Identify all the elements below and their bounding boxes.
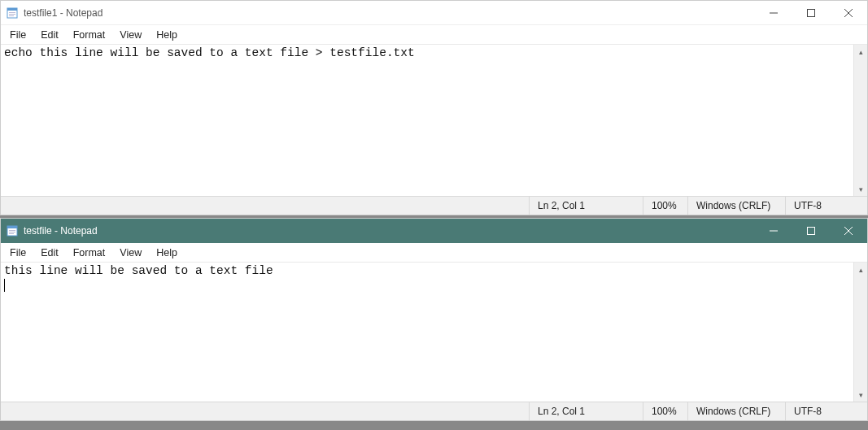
menu-view[interactable]: View bbox=[112, 28, 149, 42]
maximize-button[interactable] bbox=[792, 219, 830, 243]
text-cursor bbox=[4, 279, 5, 292]
svg-rect-6 bbox=[808, 9, 815, 16]
text-editor[interactable]: this line will be saved to a text file bbox=[1, 263, 853, 402]
menu-file[interactable]: File bbox=[2, 28, 33, 42]
menubar: File Edit Format View Help bbox=[1, 25, 867, 45]
text-editor[interactable]: echo this line will be saved to a text f… bbox=[1, 45, 853, 196]
vertical-scrollbar[interactable]: ▴ ▾ bbox=[853, 45, 867, 196]
editor-text: this line will be saved to a text file bbox=[4, 264, 280, 277]
scroll-down-icon[interactable]: ▾ bbox=[854, 182, 867, 196]
scroll-down-icon[interactable]: ▾ bbox=[854, 388, 867, 402]
close-button[interactable] bbox=[830, 219, 867, 243]
status-position: Ln 2, Col 1 bbox=[530, 197, 643, 215]
menu-edit[interactable]: Edit bbox=[33, 28, 66, 42]
status-encoding: UTF-8 bbox=[786, 402, 867, 420]
notepad-window-2: testfile - Notepad File Edit Format View… bbox=[0, 218, 868, 421]
status-encoding: UTF-8 bbox=[786, 197, 867, 215]
vertical-scrollbar[interactable]: ▴ ▾ bbox=[853, 263, 867, 402]
status-line-ending: Windows (CRLF) bbox=[688, 402, 786, 420]
svg-rect-15 bbox=[808, 228, 815, 235]
close-button[interactable] bbox=[830, 1, 867, 24]
minimize-button[interactable] bbox=[755, 219, 792, 243]
svg-rect-1 bbox=[7, 8, 17, 11]
scroll-up-icon[interactable]: ▴ bbox=[854, 263, 867, 276]
minimize-button[interactable] bbox=[755, 1, 792, 24]
status-zoom: 100% bbox=[643, 197, 688, 215]
menu-format[interactable]: Format bbox=[66, 245, 113, 260]
window-title: testfile - Notepad bbox=[24, 225, 98, 237]
menu-help[interactable]: Help bbox=[149, 245, 185, 260]
menu-edit[interactable]: Edit bbox=[33, 245, 66, 260]
menu-view[interactable]: View bbox=[112, 245, 149, 260]
window-controls bbox=[755, 219, 867, 243]
window-controls bbox=[755, 1, 867, 24]
notepad-icon bbox=[6, 7, 19, 20]
status-line-ending: Windows (CRLF) bbox=[688, 197, 786, 215]
titlebar[interactable]: testfile - Notepad bbox=[1, 219, 867, 243]
scroll-up-icon[interactable]: ▴ bbox=[854, 45, 867, 59]
status-zoom: 100% bbox=[643, 402, 688, 420]
svg-rect-10 bbox=[7, 226, 17, 228]
menu-file[interactable]: File bbox=[2, 245, 33, 260]
statusbar: Ln 2, Col 1 100% Windows (CRLF) UTF-8 bbox=[1, 196, 867, 215]
statusbar: Ln 2, Col 1 100% Windows (CRLF) UTF-8 bbox=[1, 402, 867, 420]
notepad-window-1: testfile1 - Notepad File Edit Format Vie… bbox=[0, 0, 868, 215]
titlebar[interactable]: testfile1 - Notepad bbox=[1, 1, 867, 25]
menu-format[interactable]: Format bbox=[66, 28, 113, 42]
notepad-icon bbox=[6, 224, 19, 237]
window-title: testfile1 - Notepad bbox=[24, 7, 103, 19]
status-position: Ln 2, Col 1 bbox=[530, 402, 643, 420]
menu-help[interactable]: Help bbox=[149, 28, 185, 42]
menubar: File Edit Format View Help bbox=[1, 243, 867, 263]
maximize-button[interactable] bbox=[792, 1, 830, 24]
